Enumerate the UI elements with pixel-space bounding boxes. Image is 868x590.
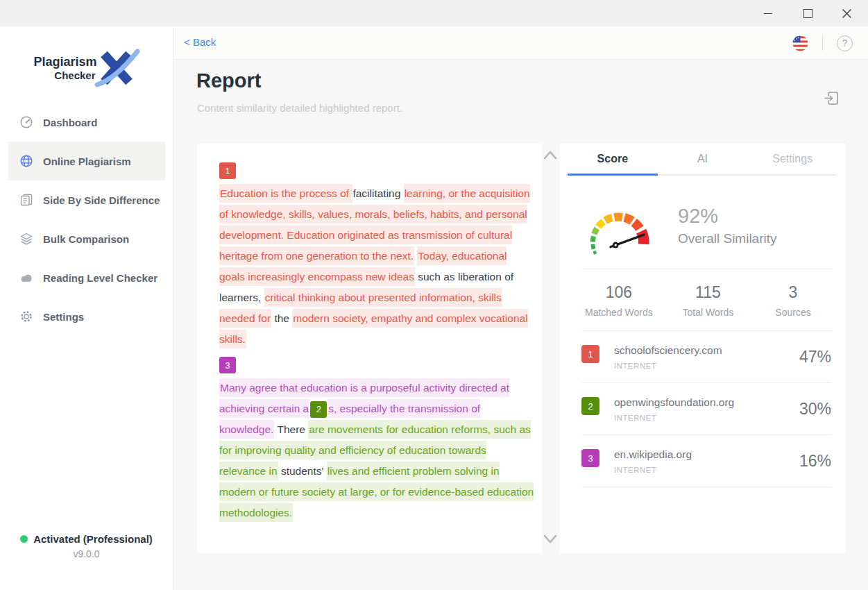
source-type: INTERNET xyxy=(614,466,692,474)
similarity-percent: 92% xyxy=(678,205,777,228)
source-row-schoolofsciencery-com[interactable]: 1schoolofsciencery.comINTERNET47% xyxy=(581,331,831,383)
help-icon[interactable]: ? xyxy=(837,35,853,51)
source-percent: 16% xyxy=(799,452,831,471)
back-link[interactable]: < Back xyxy=(184,36,216,48)
activation-status: Activated (Professional) v9.0.0 xyxy=(0,533,173,559)
plain-text: students' xyxy=(278,465,327,477)
stat-value: 115 xyxy=(678,283,738,302)
plain-text: There xyxy=(274,423,308,435)
tab-settings[interactable]: Settings xyxy=(747,144,837,174)
stat-value: 106 xyxy=(585,283,653,302)
document-paragraph: Many agree that education is a purposefu… xyxy=(219,378,535,523)
score-panel: ScoreAISettings 92% Overall Similarity 1… xyxy=(560,144,845,553)
app-logo: Plagiarism Checker xyxy=(0,49,173,87)
sidebar-item-label: Online Plagiarism xyxy=(43,155,131,167)
status-label: Activated (Professional) xyxy=(33,533,153,545)
source-number-badge: 2 xyxy=(581,397,599,415)
source-percent: 30% xyxy=(799,400,831,419)
gauge-segment xyxy=(624,217,632,221)
app-version: v9.0.0 xyxy=(0,548,173,559)
source-number-badge: 3 xyxy=(581,449,599,467)
source-info: schoolofsciencery.comINTERNET xyxy=(614,344,722,370)
sidebar-item-settings[interactable]: Settings xyxy=(0,297,173,336)
source-marker-badge-3[interactable]: 3 xyxy=(219,357,236,373)
close-button[interactable] xyxy=(831,0,862,26)
source-percent: 47% xyxy=(799,348,831,366)
sidebar-item-online-plagiarism[interactable]: Online Plagiarism xyxy=(8,142,165,180)
badge-row: 3 xyxy=(219,357,535,373)
source-marker-badge-2[interactable]: 2 xyxy=(310,401,327,418)
document-scrollbar[interactable] xyxy=(542,144,559,553)
maximize-button[interactable] xyxy=(792,0,824,26)
document-content: 1Education is the process of facilitatin… xyxy=(219,162,535,523)
sidebar-item-label: Settings xyxy=(43,311,84,323)
gauge-segment xyxy=(593,244,593,249)
gauge-icon xyxy=(19,115,33,129)
sources-list: 1schoolofsciencery.comINTERNET47%2openwi… xyxy=(560,331,845,487)
us-flag-icon[interactable] xyxy=(792,35,808,51)
stat-label: Total Words xyxy=(678,307,738,318)
sidebar-item-reading-level-checker[interactable]: Reading Level Checker xyxy=(0,258,173,297)
source-info: openwingsfoundation.orgINTERNET xyxy=(614,396,734,422)
gauge-segment xyxy=(594,228,597,234)
source-info: en.wikipedia.orgINTERNET xyxy=(614,448,692,474)
sidebar-item-label: Side By Side Difference xyxy=(43,194,160,206)
stat-total-words: 115Total Words xyxy=(678,283,738,318)
sidebar-item-bulk-comparison[interactable]: Bulk Comparison xyxy=(0,219,173,258)
source-marker-badge-1[interactable]: 1 xyxy=(219,162,236,179)
gauge-segment xyxy=(593,236,593,242)
page-title: Report xyxy=(196,69,261,92)
main-area: < Back ? Report Content similarity detai… xyxy=(173,26,868,590)
document-icon xyxy=(19,193,33,207)
badge-row: 1 xyxy=(219,162,535,179)
overall-score: 92% Overall Similarity xyxy=(560,176,845,259)
scroll-up-icon[interactable] xyxy=(543,149,558,163)
stat-label: Sources xyxy=(763,307,823,318)
sidebar-item-label: Reading Level Checker xyxy=(43,272,158,284)
sidebar-item-side-by-side-difference[interactable]: Side By Side Difference xyxy=(0,180,173,219)
tab-score[interactable]: Score xyxy=(568,144,658,174)
tab-ai[interactable]: AI xyxy=(658,144,748,174)
plain-text: the xyxy=(271,312,292,324)
minimize-icon xyxy=(764,13,772,14)
source-type: INTERNET xyxy=(614,362,722,370)
source-number-badge: 1 xyxy=(581,345,599,363)
status-line: Activated (Professional) xyxy=(0,533,173,545)
stats-row: 106Matched Words115Total Words3Sources xyxy=(560,269,845,330)
source-row-openwingsfoundation-org[interactable]: 2openwingsfoundation.orgINTERNET30% xyxy=(581,383,831,435)
gauge-segment xyxy=(598,221,603,226)
export-report-button[interactable] xyxy=(824,90,840,109)
source-type: INTERNET xyxy=(614,414,734,422)
page-subtitle: Content similarity detailed highlighted … xyxy=(197,102,402,114)
source-row-en-wikipedia-org[interactable]: 3en.wikipedia.orgINTERNET16% xyxy=(581,435,831,487)
score-panel-tabs: ScoreAISettings xyxy=(568,144,837,176)
minimize-button[interactable] xyxy=(752,0,784,26)
source-domain: openwingsfoundation.org xyxy=(614,396,734,409)
similarity-label: Overall Similarity xyxy=(678,231,777,246)
maximize-icon xyxy=(803,9,812,18)
plain-text: facilitating xyxy=(352,187,403,199)
gauge-segment xyxy=(595,251,596,254)
app-logo-text: Plagiarism Checker xyxy=(33,55,96,81)
sidebar-item-dashboard[interactable]: Dashboard xyxy=(0,103,173,142)
gauge-needle-pivot-center xyxy=(615,244,617,246)
gear-icon xyxy=(19,310,33,323)
status-dot-icon xyxy=(20,535,28,543)
window-titlebar xyxy=(0,0,868,26)
logo-line2: Checker xyxy=(33,69,96,81)
source-domain: en.wikipedia.org xyxy=(614,448,692,461)
topbar-icons: ? xyxy=(792,26,853,60)
document-paragraph: Education is the process of facilitating… xyxy=(219,183,535,350)
stat-sources: 3Sources xyxy=(763,283,823,318)
gauge-segment xyxy=(605,217,612,220)
stat-value: 3 xyxy=(763,283,823,302)
gauge-segment xyxy=(634,222,640,228)
layers-icon xyxy=(19,232,33,246)
sidebar-menu: DashboardOnline PlagiarismSide By Side D… xyxy=(0,103,173,336)
scroll-down-icon[interactable] xyxy=(543,534,558,548)
topbar: < Back ? xyxy=(173,26,868,60)
source-domain: schoolofsciencery.com xyxy=(614,344,722,357)
sidebar-item-label: Bulk Comparison xyxy=(43,233,129,245)
highlighted-text-red[interactable]: Education is the process of xyxy=(219,184,352,203)
stat-matched-words: 106Matched Words xyxy=(585,283,653,318)
